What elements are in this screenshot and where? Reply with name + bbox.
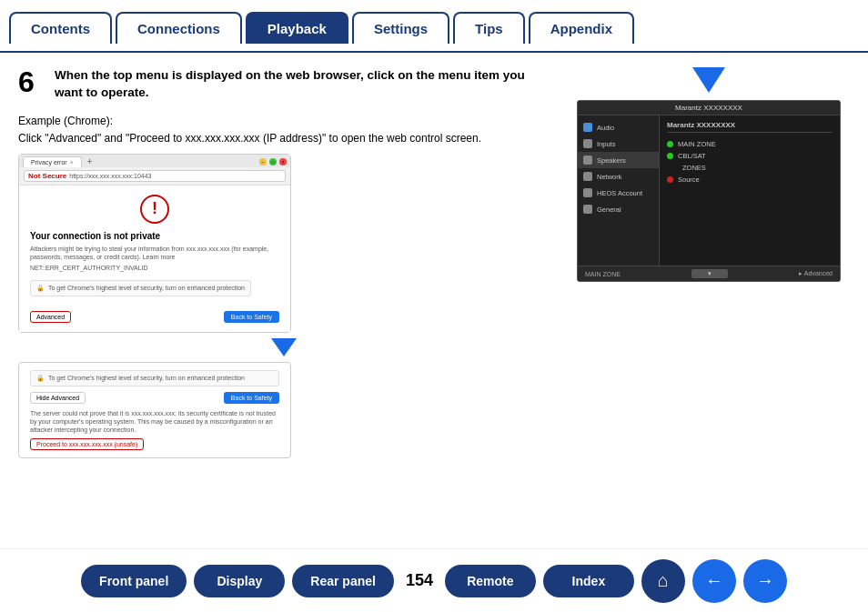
info-text: The server could not prove that it is xx… xyxy=(30,409,279,434)
tab-appendix[interactable]: Appendix xyxy=(529,12,634,44)
setup-sidebar: Audio Inputs Speakers Network xyxy=(578,115,660,266)
setup-footer-zone: MAIN ZONE xyxy=(585,271,621,277)
warning-icon: ! xyxy=(140,195,169,224)
setup-title-bar: Marantz XXXXXXXX xyxy=(578,101,840,115)
tab-close-icon[interactable]: × xyxy=(70,159,74,166)
inputs-icon xyxy=(583,139,592,148)
speakers-icon xyxy=(583,156,592,165)
browser-screenshot-1: Privacy error × + − □ × Not Secure https… xyxy=(18,154,291,333)
setup-screen: Marantz XXXXXXXX Audio Inputs Speakers xyxy=(577,100,841,282)
setup-item-source: Source xyxy=(667,174,833,186)
cert-error: NET::ERR_CERT_AUTHORITY_INVALID xyxy=(30,265,148,271)
setup-item-cblsat: CBL/SAT xyxy=(667,150,833,162)
tab-tips[interactable]: Tips xyxy=(453,12,525,44)
sidebar-item-network[interactable]: Network xyxy=(578,168,659,185)
sidebar-item-audio[interactable]: Audio xyxy=(578,119,659,135)
page-number: 154 xyxy=(401,571,438,590)
tab-connections[interactable]: Connections xyxy=(116,12,242,44)
audio-icon xyxy=(583,123,592,132)
main-content: 6 When the top menu is displayed on the … xyxy=(0,53,868,548)
back-button[interactable]: ← xyxy=(692,559,736,603)
browser-address-bar: Not Secure https://xxx.xxx.xxx.xxx:10443 xyxy=(19,167,290,186)
sidebar-item-general[interactable]: General xyxy=(578,201,659,217)
rear-panel-button[interactable]: Rear panel xyxy=(292,565,394,597)
tab-playback[interactable]: Playback xyxy=(246,12,348,44)
sidebar-item-inputs[interactable]: Inputs xyxy=(578,135,659,152)
new-tab-icon[interactable]: + xyxy=(84,156,96,166)
setup-body: Audio Inputs Speakers Network xyxy=(578,115,840,266)
proceed-link[interactable]: Proceed to xxx.xxx.xxx.xxx (unsafe) xyxy=(30,438,144,450)
status-dot-green-2 xyxy=(667,153,673,159)
forward-icon: → xyxy=(756,570,774,591)
browser-tab: Privacy error × xyxy=(23,156,82,167)
status-dot-green-1 xyxy=(667,141,673,147)
right-column: Marantz XXXXXXXX Audio Inputs Speakers xyxy=(568,67,850,539)
status-dot-red xyxy=(667,176,673,183)
bottom-navigation: Front panel Display Rear panel 154 Remot… xyxy=(0,548,868,612)
hide-advanced-button[interactable]: Hide Advanced xyxy=(30,392,86,404)
setup-footer-controls: ▾ xyxy=(691,269,728,278)
down-arrow-icon xyxy=(271,338,297,356)
advanced-button[interactable]: Advanced xyxy=(30,311,71,323)
browser-content-2: 🔒 To get Chrome's highest level of secur… xyxy=(19,363,290,457)
sidebar-item-heos[interactable]: HEOS Account xyxy=(578,185,659,201)
setup-advanced-button[interactable]: ▸ Advanced xyxy=(799,270,833,277)
example-desc: Click "Advanced" and "Proceed to xxx.xxx… xyxy=(18,131,550,146)
browser-content-1: ! Your connection is not private Attacke… xyxy=(19,186,290,332)
left-column: 6 When the top menu is displayed on the … xyxy=(18,67,550,539)
right-down-arrow-icon xyxy=(692,67,725,93)
right-arrow-indicator xyxy=(692,67,725,93)
general-icon xyxy=(583,205,592,214)
setup-footer: MAIN ZONE ▾ ▸ Advanced xyxy=(578,266,840,281)
url-bar[interactable]: Not Secure https://xxx.xxx.xxx.xxx:10443 xyxy=(24,170,286,182)
zone-selector[interactable]: ▾ xyxy=(691,269,728,278)
browser-screenshot-2: 🔒 To get Chrome's highest level of secur… xyxy=(18,362,291,458)
heos-icon xyxy=(583,188,592,197)
privacy-body: Attackers might be trying to steal your … xyxy=(30,245,268,261)
top-navigation: Contents Connections Playback Settings T… xyxy=(0,0,868,53)
remote-button[interactable]: Remote xyxy=(445,565,536,597)
sidebar-item-speakers[interactable]: Speakers xyxy=(578,152,659,168)
step-header: 6 When the top menu is displayed on the … xyxy=(18,67,550,102)
browser-tab-bar: Privacy error × + − □ × xyxy=(19,155,290,167)
setup-main-title: Marantz XXXXXXXX xyxy=(667,121,833,133)
security-notice-2: 🔒 To get Chrome's highest level of secur… xyxy=(30,370,279,386)
back-to-safety-button[interactable]: Back to Safety xyxy=(224,311,279,323)
network-icon xyxy=(583,172,592,181)
front-panel-button[interactable]: Front panel xyxy=(81,565,187,597)
display-button[interactable]: Display xyxy=(194,565,285,597)
browser-buttons: Advanced Back to Safety xyxy=(30,311,279,323)
minimize-icon[interactable]: − xyxy=(259,158,267,166)
tab-settings[interactable]: Settings xyxy=(352,12,449,44)
tab-contents[interactable]: Contents xyxy=(9,12,112,44)
back-to-safety-button-2[interactable]: Back to Safety xyxy=(224,392,279,404)
window-controls: − □ × xyxy=(259,158,287,166)
url-text: https://xxx.xxx.xxx.xxx:10443 xyxy=(69,173,151,179)
browser-buttons-2: Hide Advanced Back to Safety xyxy=(30,392,279,404)
forward-button[interactable]: → xyxy=(743,559,787,603)
example-label: Example (Chrome): xyxy=(18,115,550,127)
step-text: When the top menu is displayed on the we… xyxy=(55,67,550,102)
index-button[interactable]: Index xyxy=(543,565,634,597)
privacy-warning: ! Your connection is not private Attacke… xyxy=(30,195,279,323)
setup-item-mainzone: MAIN ZONE xyxy=(667,138,833,150)
privacy-title: Your connection is not private xyxy=(30,231,160,241)
close-window-icon[interactable]: × xyxy=(279,158,287,166)
setup-main-panel: Marantz XXXXXXXX MAIN ZONE CBL/SAT ZONES xyxy=(660,115,840,266)
step-number: 6 xyxy=(18,67,44,96)
back-icon: ← xyxy=(705,570,723,591)
setup-item-zones: ZONES xyxy=(667,162,833,174)
security-notice: 🔒 To get Chrome's highest level of secur… xyxy=(30,280,251,296)
maximize-icon[interactable]: □ xyxy=(269,158,277,166)
arrow-down-indicator xyxy=(18,333,550,362)
not-secure-warning: Not Secure xyxy=(28,172,66,180)
home-icon: ⌂ xyxy=(658,570,669,591)
home-button[interactable]: ⌂ xyxy=(641,559,685,603)
